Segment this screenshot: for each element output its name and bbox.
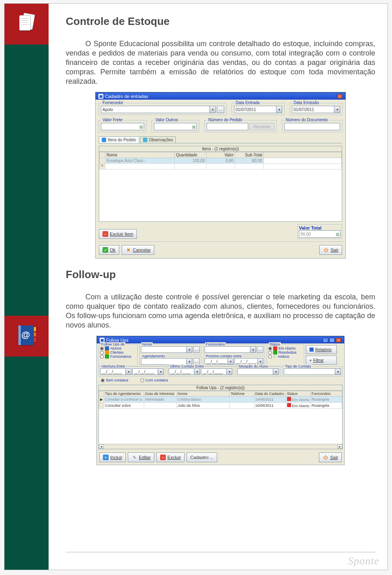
prox-from-input[interactable]: __/__/____▾ <box>205 358 234 365</box>
data-emissao-input[interactable]: 01/07/2011 ▾ <box>292 106 340 113</box>
horizontal-scrollbar[interactable]: ◂ ▸ <box>99 444 342 449</box>
documents-icon <box>14 11 39 38</box>
data-entrada-input[interactable]: 01/07/2011 ▾ <box>234 106 282 113</box>
table-row[interactable]: Envelope Azul Claro - 100,00 0,80 80,00 <box>100 158 342 164</box>
addressbook-icon: @ <box>13 322 40 350</box>
col-subtotal[interactable]: Sub-Total <box>235 152 264 158</box>
minimize-icon[interactable]: _ <box>323 338 328 343</box>
chevron-down-icon[interactable]: ▾ <box>125 369 131 374</box>
radio-resolvidos[interactable]: Resolvidos <box>268 350 303 354</box>
svg-rect-10 <box>34 338 36 342</box>
folder-icon <box>102 138 106 142</box>
scroll-right-icon[interactable]: ▸ <box>337 444 342 449</box>
radio-alunos[interactable]: Alunos <box>100 346 136 350</box>
radio-ambos[interactable]: ✓Ambos <box>268 354 303 359</box>
radio-em-aberto[interactable]: Em Aberto <box>268 346 303 350</box>
app-icon: ▣ <box>98 94 103 99</box>
radio-funcionarios[interactable]: Funcionários <box>100 354 136 359</box>
browse-button[interactable]: … <box>193 346 200 353</box>
tab-observacoes[interactable]: Observações <box>140 136 176 143</box>
incluir-button[interactable]: + Incluir <box>99 452 126 462</box>
check-icon: ✓ <box>273 354 276 359</box>
plus-icon: + <box>103 455 109 460</box>
calc-icon[interactable]: ▦ <box>192 125 196 129</box>
app-icon: ▣ <box>100 338 105 343</box>
chevron-down-icon[interactable]: ▾ <box>257 359 263 364</box>
abertura-from-input[interactable]: __/__/____▾ <box>100 368 131 375</box>
chevron-down-icon[interactable]: ▾ <box>334 106 340 113</box>
tipo-contato-dropdown[interactable]: ▾ <box>284 368 341 375</box>
numero-doc-input[interactable] <box>284 123 340 130</box>
window-title: Follow Ups <box>106 338 128 343</box>
browse-button[interactable]: … <box>257 346 263 353</box>
radio-com-contatos[interactable]: Com contatos <box>140 378 168 382</box>
col-telefone[interactable]: Telefone <box>230 391 254 397</box>
chevron-down-icon[interactable]: ▾ <box>335 369 341 374</box>
agendamento-dropdown[interactable]: ▾ <box>141 358 192 365</box>
editar-button[interactable]: ✎ Editar <box>128 452 154 462</box>
browse-button[interactable]: … <box>217 106 224 113</box>
valor-outros-input[interactable]: ▦ <box>154 123 197 130</box>
chevron-down-icon[interactable]: ▾ <box>158 369 163 374</box>
chevron-down-icon[interactable]: ▾ <box>250 347 256 352</box>
ultimo-to-input[interactable]: __/__/____▾ <box>201 368 232 375</box>
section2-paragraph: Com a utilização deste controle é possív… <box>66 292 375 330</box>
col-grau[interactable]: Grau de Interesse <box>144 391 177 397</box>
cancelar-button[interactable]: ✖ Cancelar <box>122 245 154 255</box>
abertura-to-input[interactable]: __/__/____▾ <box>132 368 164 375</box>
close-icon[interactable]: × <box>337 94 343 99</box>
numero-doc-label: Número do Documento <box>285 118 329 122</box>
col-valor[interactable]: Valor <box>207 152 235 158</box>
cadastro-button[interactable]: Cadastro ... <box>187 452 217 462</box>
heart-icon <box>273 346 277 350</box>
valor-frete-input[interactable]: ▦ <box>101 123 144 130</box>
fornecedor-dropdown[interactable]: Apolo ▾ <box>101 106 216 113</box>
calc-icon: ▦ <box>336 232 339 236</box>
chevron-down-icon[interactable]: ▾ <box>276 106 282 113</box>
numero-pedido-input[interactable] <box>207 123 248 130</box>
radio-clientes[interactable]: Clientes <box>100 350 136 354</box>
col-quantidade[interactable]: Quantidade <box>175 152 207 158</box>
nome-dropdown[interactable]: ▾ <box>141 346 192 353</box>
relatorio-button[interactable]: Relatório <box>306 345 337 354</box>
scroll-left-icon[interactable]: ◂ <box>99 444 104 449</box>
funcionario-dropdown[interactable]: ▾ <box>205 346 256 353</box>
situacao-dropdown[interactable]: ▾ <box>237 368 279 375</box>
col-tipo-agendamento[interactable]: Tipo de Agendamento <box>104 391 144 397</box>
chevron-down-icon[interactable]: ▾ <box>226 369 232 374</box>
ultimo-from-input[interactable]: __/__/____▾ <box>169 368 200 375</box>
chevron-down-icon[interactable]: ▾ <box>186 347 192 352</box>
col-status[interactable]: Status <box>286 391 311 397</box>
report-icon <box>310 348 314 352</box>
chevron-down-icon[interactable]: ▾ <box>273 369 278 374</box>
tab-itens-pedido[interactable]: Itens do Pedido <box>99 136 139 143</box>
excluir-item-button[interactable]: − Excluir Item <box>99 229 137 239</box>
close-icon[interactable]: × <box>336 338 341 343</box>
window-title: Cadastro de entradas <box>105 94 148 99</box>
table-row[interactable]: Consultar sobre João da Silva 16/06/2011… <box>99 403 342 409</box>
chevron-down-icon[interactable]: ▾ <box>194 369 200 374</box>
col-nome[interactable]: Nome <box>177 391 230 397</box>
chevron-down-icon[interactable]: ▾ <box>209 106 215 113</box>
person-icon <box>105 346 109 350</box>
maximize-icon[interactable]: ▢ <box>329 338 335 343</box>
ok-button[interactable]: ✓ Ok <box>99 245 119 255</box>
browse-button[interactable]: … <box>193 358 200 365</box>
table-row[interactable]: ▶ Convidar a conhecer a Interessado Cris… <box>99 397 342 403</box>
col-funcionario[interactable]: Funcionário <box>311 391 342 397</box>
sair-button[interactable]: ⏻ Sair <box>319 245 342 255</box>
table-row-new[interactable]: * <box>100 164 342 169</box>
col-data[interactable]: Data do Cadastro <box>254 391 286 397</box>
sair-button[interactable]: ⏻ Sair <box>319 452 342 462</box>
chevron-down-icon[interactable]: ▾ <box>186 359 192 364</box>
footer-divider <box>66 552 375 553</box>
excluir-button[interactable]: − Excluir <box>156 452 185 462</box>
prox-to-input[interactable]: __/__/____▾ <box>234 358 263 365</box>
radio-sem-contatos[interactable]: Sem contatos <box>101 378 128 382</box>
filtrar-button[interactable]: ▾ Filtrar <box>306 356 337 365</box>
col-nome[interactable]: Nome <box>105 152 175 158</box>
chevron-down-icon[interactable]: ▾ <box>227 359 233 364</box>
section-icon-block-2: @ <box>4 316 49 357</box>
calc-icon[interactable]: ▦ <box>139 125 143 129</box>
data-emissao-label: Data Emissão <box>292 100 320 105</box>
